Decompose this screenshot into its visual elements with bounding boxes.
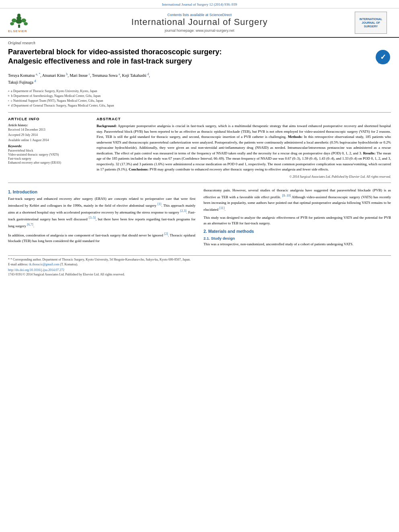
keyword-2: Video-assisted thoracic surgery (VATS) [8,153,88,156]
study-design-text: This was a retrospective, non-randomized… [204,242,391,247]
doi-text[interactable]: http://dx.doi.org/10.1016/j.ijsu.2014.07… [8,268,64,272]
ref-2-3: [2,3] [180,209,186,213]
affil-sup-c: c [88,72,90,76]
affil-b: b b Department of Anesthesiology, Nagara… [8,94,391,99]
ref-1: [1] [158,202,161,206]
author-atsunari: Atsunari Kino [42,73,65,78]
accepted-text: Accepted 29 July 2014 [8,133,88,137]
keyword-1: Paravertebral block [8,149,88,152]
ref-3-5: [3–5] [89,216,96,220]
journal-logo-right: INTERNATIONAL JOURNAL OF SURGERY [355,12,391,34]
doi-line[interactable]: http://dx.doi.org/10.1016/j.ijsu.2014.07… [0,267,399,272]
results-label: Results: [363,151,376,155]
crossmark-icon: ✓ CrossMark [375,49,391,65]
issn-text: 1743-9191/© 2014 Surgical Associates Ltd… [8,273,125,276]
ref-2b: [2] [164,232,168,236]
divider-1 [8,112,391,113]
affil-sup-d2: d [34,79,36,83]
main-body-section: 1. Introduction Fast-track surgery and e… [0,185,399,253]
affil-a-text: a Department of Thoracic Surgery, Kyoto … [11,89,97,94]
conclusions-label: Conclusions: [129,167,149,171]
svg-point-6 [10,22,14,25]
article-info-heading: ARTICLE INFO [8,117,88,121]
article-title-section: Paravertebral block for video-assisted t… [0,47,399,70]
elsevier-tree-icon [8,12,30,29]
article-info-abstract-section: ARTICLE INFO Article history: Received 1… [0,114,399,181]
abstract-heading: ABSTRACT [97,117,391,121]
article-type: Original research [0,38,399,47]
journal-logo-text: INTERNATIONAL JOURNAL OF SURGERY [360,17,383,28]
affil-sup-b: b [66,72,68,76]
affil-c-text: c Nutritional Support Team (NST), Nagara… [11,99,103,103]
main-right-column: thoracotomy pain. However, several studi… [204,188,391,250]
email-line: E-mail address: tk.thoracic@gmail.com (T… [8,262,391,267]
journal-logo-box: INTERNATIONAL JOURNAL OF SURGERY [355,12,387,34]
article-info-column: ARTICLE INFO Article history: Received 1… [8,117,88,179]
materials-heading: 2. Materials and methods [204,229,391,234]
affil-d: d d Department of General Thoracic Surge… [8,103,391,108]
history-label: Article history: [8,123,88,127]
affil-c: c c Nutritional Support Team (NST), Naga… [8,99,391,103]
received-text: Received 14 December 2013 [8,128,88,131]
affil-sup-d1: d [147,72,149,76]
affil-d-text: d Department of General Thoracic Surgery… [11,103,114,108]
intro-paragraph-2: In addition, consideration of analgesia … [8,232,195,244]
abstract-text: Background: Appropriate postoperative an… [97,123,391,173]
author-terumasa: Terumasa Sowa [92,73,117,78]
keyword-3: Fast-track surgery [8,157,88,160]
journal-title-block: Contents lists available at ScienceDirec… [44,13,355,33]
elsevier-logo: ELSEVIER [8,12,44,33]
divider-2 [8,183,391,183]
right-paragraph-2: This study was designed to analyze the a… [204,215,391,226]
svg-text:✓: ✓ [380,53,386,61]
journal-homepage: journal homepage: www.journal-surgery.ne… [44,29,355,33]
article-title: Paravertebral block for video-assisted t… [8,47,375,66]
methods-label: Methods: [288,135,303,139]
journal-citation-bar: International Journal of Surgery 12 (201… [0,0,399,8]
journal-title: International Journal of Surgery [44,17,355,27]
keywords-label: Keywords: [8,144,88,148]
affil-a: a a Department of Thoracic Surgery, Kyot… [8,89,391,94]
sciencedirect-text: Contents lists available at ScienceDirec… [44,13,355,17]
affil-sup-a1: a, * [36,72,41,76]
author-koji: Koji Takahashi [122,73,146,78]
ref-6-7: [6,7] [27,223,33,226]
abstract-column: ABSTRACT Background: Appropriate postope… [97,117,391,179]
journal-header: ELSEVIER Contents lists available at Sci… [0,8,399,38]
svg-text:CrossMark: CrossMark [378,62,388,64]
corresponding-author: * * Corresponding author. Department of … [8,257,391,262]
conclusions-text: PVB may greatly contribute to enhanced r… [150,167,329,171]
email-label: E-mail address: [8,263,28,266]
affil-b-text: b Department of Anesthesiology, Nagara M… [11,94,101,99]
author-mari: Mari Inoue [70,73,88,78]
svg-point-4 [12,18,16,23]
corresponding-text: * Corresponding author. Department of Th… [10,258,191,261]
affiliations-section: a a Department of Thoracic Surgery, Kyot… [0,87,399,111]
author-teruya: Teruya Komatsu [8,73,35,78]
background-label: Background: [97,124,117,128]
author-takuji: Takuji Fujinaga [8,80,33,84]
main-left-column: 1. Introduction Fast-track surgery and e… [8,188,195,250]
elsevier-brand-text: ELSEVIER [8,29,27,33]
authors-section: Teruya Komatsu a, *, Atsunari Kino b, Ma… [0,70,399,88]
copyright-text: © 2014 Surgical Associates Ltd. Publishe… [97,175,391,179]
svg-point-5 [21,18,26,23]
ref-8-10: [8–10] [282,194,291,197]
ref-11: [11] [219,206,224,210]
email-name: (T. Komatsu). [60,263,78,266]
right-paragraph-1: thoracotomy pain. However, several studi… [204,188,391,213]
keyword-4: Enhanced recovery after surgery (ERAS) [8,161,88,164]
footnote-section: * * Corresponding author. Department of … [8,255,391,267]
affil-sup-a2: a [119,72,120,76]
available-text: Available online 1 August 2014 [8,138,88,142]
email-address[interactable]: tk.thoracic@gmail.com [29,263,59,266]
study-design-heading: 2.1. Study design [204,236,391,240]
citation-text: International Journal of Surgery 12 (201… [162,2,237,6]
introduction-heading: 1. Introduction [8,189,195,194]
svg-rect-0 [18,25,20,28]
svg-point-7 [24,22,28,25]
intro-paragraph-1: Fast-track surgery and enhanced recovery… [8,196,195,229]
issn-line: 1743-9191/© 2014 Surgical Associates Ltd… [0,272,399,279]
svg-point-3 [17,14,21,17]
